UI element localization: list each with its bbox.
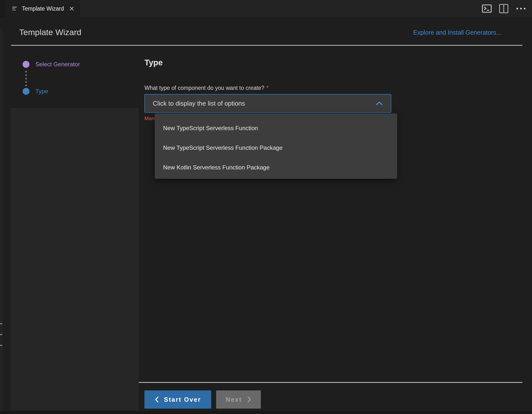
wizard-sidebar-panel bbox=[10, 108, 139, 411]
explore-generators-link[interactable]: Explore and Install Generators... bbox=[413, 29, 501, 36]
select-options-popup: New TypeScript Serverless Function New T… bbox=[155, 113, 397, 179]
tab-bar-left-gap bbox=[0, 0, 6, 17]
chevron-up-icon bbox=[376, 101, 383, 106]
header-divider bbox=[11, 45, 522, 46]
question-text: What type of component do you want to cr… bbox=[144, 85, 264, 91]
step-dot-current bbox=[23, 88, 29, 95]
close-icon[interactable] bbox=[69, 6, 75, 12]
template-wizard-window: Template Wizard bbox=[0, 0, 532, 414]
tab-template-wizard[interactable]: Template Wizard bbox=[6, 0, 80, 17]
more-actions-icon[interactable] bbox=[516, 7, 526, 10]
edge-marker bbox=[0, 334, 2, 335]
editor-actions bbox=[482, 0, 526, 17]
option-new-typescript-serverless-function[interactable]: New TypeScript Serverless Function bbox=[155, 118, 397, 138]
next-label: Next bbox=[226, 396, 242, 403]
edge-marker bbox=[0, 345, 2, 346]
step-label: Type bbox=[35, 88, 48, 95]
terminal-icon[interactable] bbox=[482, 4, 492, 13]
tab-title: Template Wizard bbox=[22, 5, 64, 12]
split-editor-icon[interactable] bbox=[499, 4, 508, 13]
next-button[interactable]: Next bbox=[216, 390, 261, 409]
chevron-right-icon bbox=[247, 396, 251, 403]
stepper-connector bbox=[25, 71, 27, 90]
start-over-button[interactable]: Start Over bbox=[144, 390, 211, 409]
step-label: Select Generator bbox=[35, 61, 80, 68]
step-dot-completed bbox=[23, 61, 29, 68]
page-title: Template Wizard bbox=[19, 28, 81, 37]
question-label: What type of component do you want to cr… bbox=[144, 85, 268, 91]
required-marker: * bbox=[266, 85, 268, 91]
step-type[interactable]: Type bbox=[23, 88, 48, 95]
start-over-label: Start Over bbox=[164, 396, 201, 403]
chevron-left-icon bbox=[155, 396, 159, 403]
edge-marker bbox=[0, 323, 2, 324]
panel-list-icon bbox=[11, 5, 18, 12]
step-select-generator[interactable]: Select Generator bbox=[23, 61, 80, 68]
section-heading: Type bbox=[144, 58, 163, 67]
select-value: Click to display the list of options bbox=[153, 100, 245, 107]
editor-tab-bar: Template Wizard bbox=[0, 0, 532, 17]
component-type-select[interactable]: Click to display the list of options bbox=[144, 94, 391, 113]
footer-divider bbox=[139, 382, 522, 383]
left-edge-strip bbox=[0, 28, 2, 411]
option-new-kotlin-serverless-function-package[interactable]: New Kotlin Serverless Function Package bbox=[155, 158, 397, 177]
bottom-edge-strip bbox=[0, 411, 532, 414]
option-new-typescript-serverless-function-package[interactable]: New TypeScript Serverless Function Packa… bbox=[155, 138, 397, 158]
